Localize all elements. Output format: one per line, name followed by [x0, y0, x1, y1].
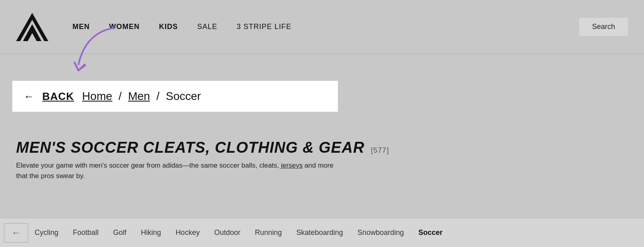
nav-women[interactable]: WOMEN [109, 23, 140, 31]
sport-hockey[interactable]: Hockey [175, 228, 200, 237]
page-title-text: MEN'S SOCCER CLEATS, CLOTHING & GEAR [16, 139, 365, 156]
svg-line-5 [78, 65, 85, 71]
svg-marker-0 [16, 13, 48, 41]
sport-snowboarding[interactable]: Snowboarding [357, 228, 404, 237]
nav-stripe-life[interactable]: 3 STRIPE LIFE [237, 23, 291, 31]
sport-running[interactable]: Running [255, 228, 282, 237]
page-description: Elevate your game with men's soccer gear… [16, 160, 378, 181]
sport-nav-items: Cycling Football Golf Hiking Hockey Outd… [35, 228, 644, 237]
nav-men[interactable]: MEN [72, 23, 90, 31]
sport-nav-back-icon: ← [12, 228, 21, 238]
back-button[interactable]: BACK [42, 90, 74, 103]
back-bar: ← BACK Home / Men / Soccer [12, 81, 338, 112]
back-arrow-icon: ← [24, 90, 34, 103]
logo[interactable] [16, 13, 48, 41]
sport-nav: ← Cycling Football Golf Hiking Hockey Ou… [0, 218, 644, 247]
sport-nav-back-button[interactable]: ← [4, 223, 28, 243]
sport-cycling[interactable]: Cycling [35, 228, 58, 237]
sport-outdoor[interactable]: Outdoor [214, 228, 240, 237]
page-title-section: MEN'S SOCCER CLEATS, CLOTHING & GEAR [57… [16, 139, 628, 181]
description-text-2: and more [303, 162, 334, 169]
header: MEN WOMEN KIDS SALE 3 STRIPE LIFE Search [0, 0, 644, 54]
breadcrumb-home[interactable]: Home [82, 90, 112, 102]
nav-kids[interactable]: KIDS [159, 23, 178, 31]
main-nav: MEN WOMEN KIDS SALE 3 STRIPE LIFE [72, 23, 579, 31]
sport-golf[interactable]: Golf [113, 228, 126, 237]
page-title: MEN'S SOCCER CLEATS, CLOTHING & GEAR [57… [16, 139, 628, 156]
svg-marker-3 [29, 38, 32, 41]
sport-football[interactable]: Football [73, 228, 99, 237]
breadcrumb-current: Soccer [166, 90, 201, 102]
sport-hiking[interactable]: Hiking [141, 228, 161, 237]
breadcrumb-sep-1: / [119, 90, 125, 102]
jerseys-link[interactable]: jerseys [281, 162, 303, 169]
nav-sale[interactable]: SALE [197, 23, 217, 31]
search-button[interactable]: Search [579, 18, 628, 36]
item-count: [577] [371, 146, 389, 155]
sport-soccer[interactable]: Soccer [418, 228, 442, 237]
description-text-1: Elevate your game with men's soccer gear… [16, 162, 281, 169]
breadcrumb: Home / Men / Soccer [82, 90, 201, 103]
breadcrumb-sep-2: / [156, 90, 163, 102]
header-divider [0, 54, 644, 54]
svg-line-4 [74, 62, 78, 71]
description-text-3: that the pros swear by. [16, 172, 85, 180]
breadcrumb-men[interactable]: Men [128, 90, 150, 102]
sport-skateboarding[interactable]: Skateboarding [296, 228, 343, 237]
